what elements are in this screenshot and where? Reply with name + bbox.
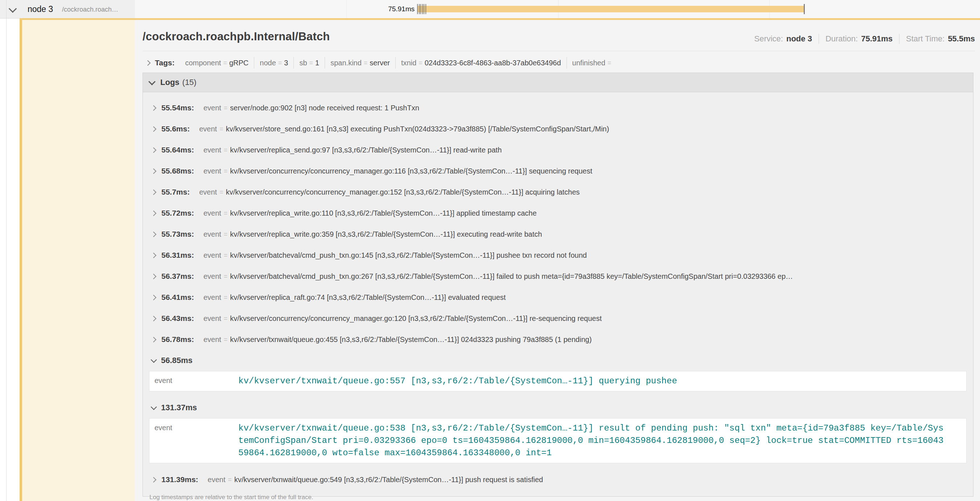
log-tick-marker — [425, 4, 426, 14]
log-field-value: server/node.go:902 [n3] node received re… — [230, 104, 419, 112]
tag-pill: node=3 — [254, 57, 293, 69]
log-tick-marker — [417, 4, 418, 14]
log-timestamp: 56.41ms: — [161, 293, 194, 302]
log-field-key: event — [199, 125, 217, 133]
log-row-collapsed[interactable]: 131.39ms:event=kv/kvserver/txnwait/queue… — [143, 469, 973, 490]
equals-sign: = — [224, 336, 228, 343]
equals-sign: = — [220, 125, 223, 133]
log-field-value: kv/kvserver/replica_raft.go:74 [n3,s3,r6… — [230, 294, 506, 302]
log-field-key: event — [208, 475, 226, 484]
log-tick-marker — [419, 4, 420, 14]
equals-sign: = — [608, 59, 611, 67]
log-row-collapsed[interactable]: 55.73ms:event=kv/kvserver/replica_write.… — [143, 223, 973, 245]
equals-sign: = — [224, 209, 228, 217]
log-field-value: kv/kvserver/txnwait/queue.go:549 [n3,s3,… — [234, 475, 543, 484]
tags-accordion-header[interactable]: Tags: component=gRPCnode=3sb=1span.kind=… — [143, 56, 619, 70]
log-field-key: event — [204, 272, 221, 281]
log-timestamp: 56.78ms: — [161, 335, 194, 344]
tag-value: server — [369, 59, 390, 67]
equals-sign: = — [278, 59, 282, 67]
duration-label: Duration: — [826, 34, 858, 43]
log-timestamp: 56.43ms: — [161, 314, 194, 323]
log-keyvalue-table: eventkv/kvserver/txnwait/queue.go:538 [n… — [149, 418, 967, 463]
expand-chevron-icon — [151, 337, 157, 342]
left-rail-divider — [6, 0, 6, 501]
log-row-expanded-header[interactable]: 56.85ms — [143, 350, 973, 371]
selected-row-highlight — [22, 20, 135, 501]
log-field-value: kv/kvserver/store_send.go:161 [n3,s3] ex… — [226, 125, 609, 133]
span-duration-label: 75.91ms — [359, 0, 415, 18]
span-operation-name[interactable]: /cockroach.roach… — [62, 0, 118, 18]
log-timestamp: 55.6ms: — [161, 124, 190, 133]
log-timestamp: 55.64ms: — [161, 145, 194, 154]
span-service-name[interactable]: node 3 — [27, 0, 53, 18]
equals-sign: = — [220, 188, 223, 196]
span-duration-bar[interactable] — [418, 6, 805, 12]
equals-sign: = — [224, 273, 228, 280]
log-row-collapsed[interactable]: 56.41ms:event=kv/kvserver/replica_raft.g… — [143, 287, 973, 308]
stat-divider — [899, 34, 899, 44]
equals-sign: = — [224, 168, 228, 175]
log-row-expanded-header[interactable]: 131.37ms — [143, 397, 973, 418]
log-field-value: kv/kvserver/concurrency/concurrency_mana… — [230, 167, 592, 176]
log-row-collapsed[interactable]: 55.6ms:event=kv/kvserver/store_send.go:1… — [143, 118, 973, 139]
log-field-key: event — [204, 251, 221, 260]
log-tick-marker — [422, 4, 423, 14]
expand-chevron-icon — [151, 231, 157, 237]
tag-pill: sb=1 — [293, 57, 325, 69]
collapse-chevron-icon — [151, 404, 157, 410]
span-overview-stats: Service: node 3 Duration: 75.91ms Start … — [754, 34, 975, 44]
stat-divider — [819, 34, 819, 44]
tag-key: span.kind — [331, 59, 362, 67]
log-field-key: event — [150, 375, 238, 388]
log-field-key: event — [204, 335, 221, 344]
log-row-collapsed[interactable]: 55.54ms:event=server/node.go:902 [n3] no… — [143, 97, 973, 118]
expand-chevron-icon — [151, 189, 157, 195]
log-row-collapsed[interactable]: 56.78ms:event=kv/kvserver/txnwait/queue.… — [143, 329, 973, 350]
collapse-chevron-icon — [148, 78, 156, 85]
expand-chevron-icon — [151, 147, 157, 153]
equals-sign: = — [309, 59, 313, 67]
log-field-key: event — [199, 188, 217, 196]
tag-pill: unfinished= — [566, 57, 619, 69]
log-field-value: kv/kvserver/replica_send.go:97 [n3,s3,r6… — [230, 146, 502, 154]
log-field-value: kv/kvserver/replica_write.go:359 [n3,s3,… — [230, 230, 542, 239]
log-tick-marker — [424, 4, 424, 14]
log-field-key: event — [204, 167, 221, 176]
equals-sign: = — [224, 252, 228, 259]
log-field-key: event — [204, 314, 221, 323]
log-field-key: event — [150, 422, 238, 459]
collapse-chevron-icon — [151, 357, 157, 363]
log-row-collapsed[interactable]: 56.31ms:event=kv/kvserver/batcheval/cmd_… — [143, 245, 973, 266]
log-row-collapsed[interactable]: 55.72ms:event=kv/kvserver/replica_write.… — [143, 203, 973, 223]
log-row-collapsed[interactable]: 56.43ms:event=kv/kvserver/concurrency/co… — [143, 308, 973, 329]
tag-value: 1 — [315, 59, 319, 67]
log-timestamp: 56.31ms: — [161, 251, 194, 260]
tag-pill: span.kind=server — [325, 57, 395, 69]
logs-accordion-header[interactable]: Logs (15) — [143, 73, 973, 92]
tag-pill: txnid=024d3323-6c8f-4863-aa8b-37ab0e6349… — [395, 57, 566, 69]
log-row-collapsed[interactable]: 55.64ms:event=kv/kvserver/replica_send.g… — [143, 139, 973, 161]
log-field-key: event — [204, 146, 221, 154]
log-row-collapsed[interactable]: 55.68ms:event=kv/kvserver/concurrency/co… — [143, 161, 973, 182]
start-time-value: 55.5ms — [948, 34, 975, 43]
service-label: Service: — [754, 34, 783, 43]
log-row-collapsed[interactable]: 56.37ms:event=kv/kvserver/batcheval/cmd_… — [143, 266, 973, 287]
log-timestamp: 131.39ms: — [161, 475, 198, 484]
log-row-collapsed[interactable]: 55.7ms:event=kv/kvserver/concurrency/con… — [143, 182, 973, 203]
expand-chevron-icon — [151, 168, 157, 174]
logs-footer-note: Log timestamps are relative to the start… — [143, 490, 973, 501]
log-field-value: kv/kvserver/txnwait/queue.go:455 [n3,s3,… — [230, 335, 592, 344]
log-timestamp: 55.7ms: — [161, 188, 190, 196]
equals-sign: = — [228, 476, 232, 483]
expand-chevron-icon — [145, 60, 151, 66]
tag-key: sb — [299, 59, 307, 67]
log-keyvalue-table: eventkv/kvserver/txnwait/queue.go:557 [n… — [149, 371, 967, 391]
equals-sign: = — [224, 315, 228, 322]
expand-chevron-icon — [151, 126, 157, 132]
timeline-gridline — [346, 0, 347, 18]
expand-chevron-icon — [151, 105, 157, 111]
log-timestamp: 55.68ms: — [161, 167, 194, 176]
log-field-key: event — [204, 209, 221, 217]
tag-value: 024d3323-6c8f-4863-aa8b-37ab0e63496d — [425, 59, 561, 67]
